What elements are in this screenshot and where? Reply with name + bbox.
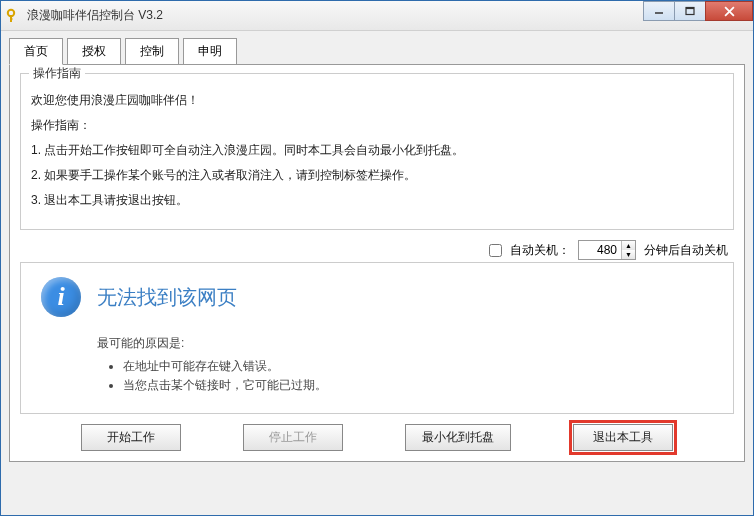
close-window-button[interactable]: [705, 1, 753, 21]
reason-heading: 最可能的原因是:: [97, 335, 713, 352]
window-controls: [644, 1, 753, 21]
minimize-to-tray-button[interactable]: 最小化到托盘: [405, 424, 511, 451]
spinner-buttons: ▲ ▼: [621, 241, 635, 259]
tab-home[interactable]: 首页: [9, 38, 63, 65]
guide-step-2: 2. 如果要手工操作某个账号的注入或者取消注入，请到控制标签栏操作。: [31, 167, 723, 184]
welcome-text: 欢迎您使用浪漫庄园咖啡伴侣！: [31, 92, 723, 109]
app-icon: [5, 8, 21, 24]
guide-title-text: 操作指南：: [31, 117, 723, 134]
maximize-window-button[interactable]: [674, 1, 706, 21]
minimize-window-button[interactable]: [643, 1, 675, 21]
guide-step-3: 3. 退出本工具请按退出按钮。: [31, 192, 723, 209]
spinner-up-button[interactable]: ▲: [622, 241, 635, 250]
client-area: 首页 授权 控制 申明 操作指南 欢迎您使用浪漫庄园咖啡伴侣！ 操作指南： 1.…: [1, 31, 753, 470]
auto-shutdown-label: 自动关机：: [510, 242, 570, 259]
shutdown-minutes-spinner[interactable]: ▲ ▼: [578, 240, 636, 260]
embedded-browser[interactable]: i 无法找到该网页 最可能的原因是: 在地址中可能存在键入错误。 当您点击某个链…: [20, 262, 734, 414]
exit-button[interactable]: 退出本工具: [573, 424, 673, 451]
error-title: 无法找到该网页: [97, 284, 237, 311]
tab-control[interactable]: 控制: [125, 38, 179, 65]
title-bar[interactable]: 浪漫咖啡伴侣控制台 V3.2: [1, 1, 753, 31]
auto-shutdown-row: 自动关机： ▲ ▼ 分钟后自动关机: [20, 236, 734, 262]
error-reasons: 最可能的原因是: 在地址中可能存在键入错误。 当您点击某个链接时，它可能已过期。: [97, 335, 713, 394]
error-header: i 无法找到该网页: [41, 277, 713, 317]
window-title: 浪漫咖啡伴侣控制台 V3.2: [27, 7, 749, 24]
reason-item-1: 在地址中可能存在键入错误。: [123, 358, 713, 375]
guide-legend: 操作指南: [29, 65, 85, 82]
start-button[interactable]: 开始工作: [81, 424, 181, 451]
tab-auth[interactable]: 授权: [67, 38, 121, 65]
tab-statement[interactable]: 申明: [183, 38, 237, 65]
spinner-down-button[interactable]: ▼: [622, 250, 635, 259]
stop-button[interactable]: 停止工作: [243, 424, 343, 451]
tab-panel-home: 操作指南 欢迎您使用浪漫庄园咖啡伴侣！ 操作指南： 1. 点击开始工作按钮即可全…: [9, 64, 745, 462]
bottom-button-row: 开始工作 停止工作 最小化到托盘 退出本工具: [20, 414, 734, 451]
app-window: 浪漫咖啡伴侣控制台 V3.2 首页 授权 控制 申明 操作指南 欢迎您使用浪漫庄…: [0, 0, 754, 516]
reason-item-2: 当您点击某个链接时，它可能已过期。: [123, 377, 713, 394]
guide-groupbox: 操作指南 欢迎您使用浪漫庄园咖啡伴侣！ 操作指南： 1. 点击开始工作按钮即可全…: [20, 73, 734, 230]
svg-rect-2: [10, 18, 12, 20]
guide-step-1: 1. 点击开始工作按钮即可全自动注入浪漫庄园。同时本工具会自动最小化到托盘。: [31, 142, 723, 159]
info-icon: i: [41, 277, 81, 317]
shutdown-suffix-label: 分钟后自动关机: [644, 242, 728, 259]
shutdown-minutes-input[interactable]: [579, 241, 621, 259]
tab-strip: 首页 授权 控制 申明: [9, 37, 745, 64]
guide-content: 欢迎您使用浪漫庄园咖啡伴侣！ 操作指南： 1. 点击开始工作按钮即可全自动注入浪…: [31, 92, 723, 209]
auto-shutdown-checkbox[interactable]: [489, 244, 502, 257]
